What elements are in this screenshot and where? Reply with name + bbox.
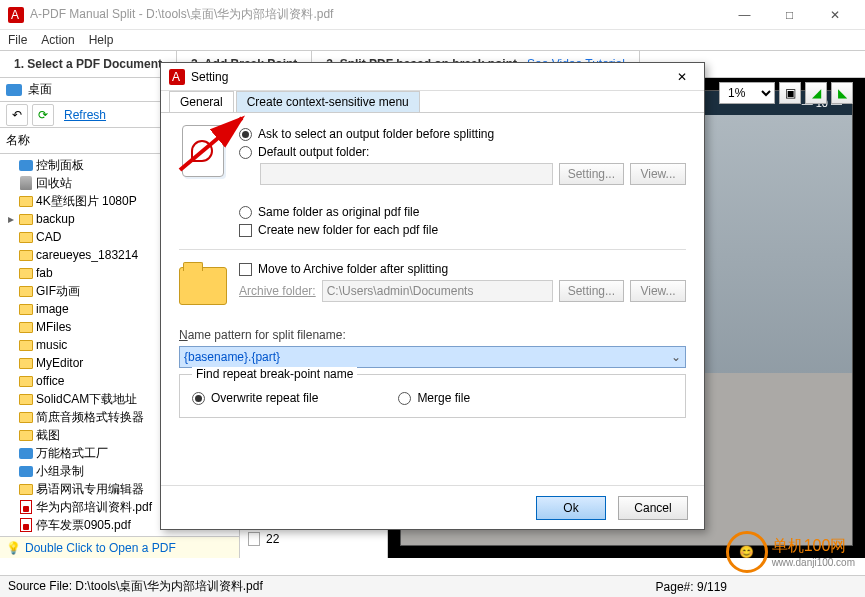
dialog-close-button[interactable]: ✕ bbox=[668, 65, 696, 89]
statusbar: Source File: D:\tools\桌面\华为内部培训资料.pdf Pa… bbox=[0, 575, 865, 597]
back-button[interactable]: ↶ bbox=[6, 104, 28, 126]
radio-merge[interactable] bbox=[398, 392, 411, 405]
archive-setting-button[interactable]: Setting... bbox=[559, 280, 624, 302]
dialog-title: Setting bbox=[191, 70, 668, 84]
step-1[interactable]: 1. Select a PDF Document bbox=[0, 51, 177, 77]
menubar: File Action Help bbox=[0, 30, 865, 50]
tab-general[interactable]: General bbox=[169, 91, 234, 112]
status-source: Source File: D:\tools\桌面\华为内部培训资料.pdf bbox=[8, 578, 263, 595]
dialog-titlebar: A Setting ✕ bbox=[161, 63, 704, 91]
current-path: 桌面 bbox=[28, 81, 52, 98]
default-folder-input[interactable] bbox=[260, 163, 553, 185]
app-icon: A bbox=[8, 7, 24, 23]
radio-overwrite[interactable] bbox=[192, 392, 205, 405]
titlebar: A A-PDF Manual Split - D:\tools\桌面\华为内部培… bbox=[0, 0, 865, 30]
rotate-right-button[interactable]: ◣ bbox=[831, 82, 853, 104]
repeat-groupbox: Find repeat break-point name Overwrite r… bbox=[179, 374, 686, 418]
window-title: A-PDF Manual Split - D:\tools\桌面\华为内部培训资… bbox=[30, 6, 722, 23]
tab-context-menu[interactable]: Create context-sensitive menu bbox=[236, 91, 420, 112]
watermark-url: www.danji100.com bbox=[772, 557, 855, 568]
checkbox-new-folder[interactable] bbox=[239, 224, 252, 237]
rotate-left-button[interactable]: ◢ bbox=[805, 82, 827, 104]
ok-button[interactable]: Ok bbox=[536, 496, 606, 520]
watermark-name: 单机100网 bbox=[772, 536, 855, 557]
name-pattern-label: NName pattern for split filename:ame pat… bbox=[179, 328, 686, 342]
radio-same-folder[interactable] bbox=[239, 206, 252, 219]
checkbox-archive[interactable] bbox=[239, 263, 252, 276]
cancel-button[interactable]: Cancel bbox=[618, 496, 688, 520]
svg-text:A: A bbox=[172, 70, 180, 84]
watermark: 😊 单机100网 www.danji100.com bbox=[726, 531, 855, 573]
preview-toolbar: 1% ▣ ◢ ◣ bbox=[719, 82, 853, 104]
close-button[interactable]: ✕ bbox=[812, 0, 857, 30]
document-icon bbox=[182, 125, 224, 177]
menu-help[interactable]: Help bbox=[89, 33, 114, 47]
archive-folder-input[interactable] bbox=[322, 280, 553, 302]
refresh-link[interactable]: Refresh bbox=[64, 108, 106, 122]
zoom-select[interactable]: 1% bbox=[719, 82, 775, 104]
menu-action[interactable]: Action bbox=[41, 33, 74, 47]
refresh-icon-button[interactable]: ⟳ bbox=[32, 104, 54, 126]
page-thumb-22[interactable]: 22 bbox=[244, 530, 383, 548]
watermark-logo: 😊 bbox=[726, 531, 768, 573]
archive-view-button[interactable]: View... bbox=[630, 280, 686, 302]
dialog-icon: A bbox=[169, 69, 185, 85]
desktop-icon bbox=[6, 84, 22, 96]
minimize-button[interactable]: — bbox=[722, 0, 767, 30]
hint-bar: 💡 Double Click to Open a PDF bbox=[0, 536, 239, 558]
settings-dialog: A Setting ✕ General Create context-sensi… bbox=[160, 62, 705, 530]
maximize-button[interactable]: □ bbox=[767, 0, 812, 30]
dialog-tabs: General Create context-sensitive menu bbox=[161, 91, 704, 113]
radio-ask-folder[interactable] bbox=[239, 128, 252, 141]
hint-text: Double Click to Open a PDF bbox=[25, 541, 176, 555]
menu-file[interactable]: File bbox=[8, 33, 27, 47]
chevron-down-icon: ⌄ bbox=[671, 350, 681, 364]
bulb-icon: 💡 bbox=[6, 541, 21, 555]
default-setting-button[interactable]: Setting... bbox=[559, 163, 624, 185]
folder-icon bbox=[179, 267, 227, 305]
name-pattern-combo[interactable]: {basename}.{part}⌄ bbox=[179, 346, 686, 368]
archive-label: Archive folder: bbox=[239, 284, 316, 298]
group-title: Find repeat break-point name bbox=[192, 367, 357, 381]
svg-text:A: A bbox=[11, 8, 19, 22]
status-page: Page#: 9/119 bbox=[656, 580, 727, 594]
default-view-button[interactable]: View... bbox=[630, 163, 686, 185]
zoom-fit-button[interactable]: ▣ bbox=[779, 82, 801, 104]
dialog-buttons: Ok Cancel bbox=[161, 485, 704, 529]
radio-default-folder[interactable] bbox=[239, 146, 252, 159]
